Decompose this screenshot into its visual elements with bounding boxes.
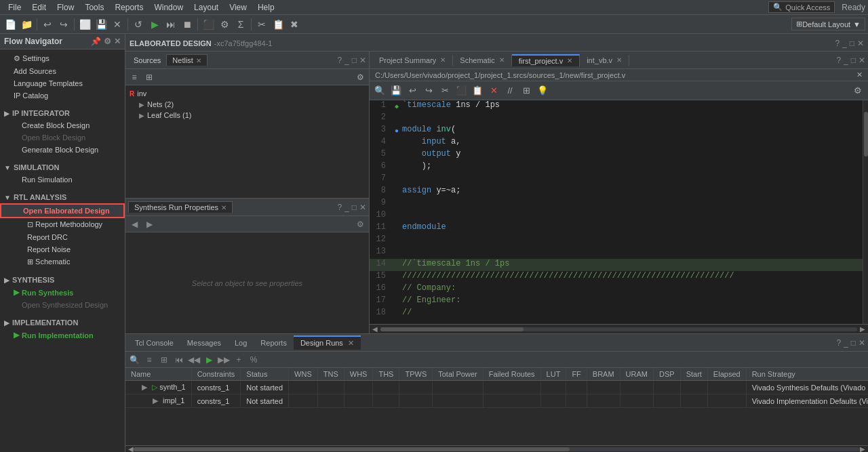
editor-comment-btn[interactable]: // — [502, 83, 517, 98]
hscrollbar-thumb[interactable] — [380, 327, 524, 331]
toolbar-rtl[interactable]: ↺ — [131, 17, 146, 32]
editor-undo-btn[interactable]: ↩ — [405, 83, 420, 98]
nav-schematic[interactable]: ⊞ Schematic — [0, 255, 125, 268]
nav-synthesis-title[interactable]: ▶ SYNTHESIS — [0, 274, 125, 286]
tab-project-summary[interactable]: Project Summary ✕ — [372, 55, 453, 66]
toolbar-stop[interactable]: ⏹ — [180, 17, 195, 32]
editor-copy-btn[interactable]: ⬛ — [454, 83, 469, 98]
table-row-synth1[interactable]: ▶ ▷ synth_1 constrs_1 Not started — [125, 381, 868, 394]
int-vb-tab-close[interactable]: ✕ — [616, 56, 622, 64]
netlist-maximize-icon[interactable]: □ — [352, 56, 357, 65]
netlist-help-icon[interactable]: ? — [337, 56, 342, 65]
netlist-close-icon[interactable]: ✕ — [359, 56, 366, 65]
menu-tools[interactable]: Tools — [79, 3, 109, 12]
editor-vscrollbar[interactable] — [863, 100, 868, 324]
netlist-settings-btn[interactable]: ⚙ — [354, 71, 366, 83]
tab-int-vb-v[interactable]: int_vb.v ✕ — [580, 55, 629, 66]
bottom-maximize-icon[interactable]: □ — [851, 338, 856, 348]
menu-file[interactable]: File — [3, 3, 26, 12]
first-project-tab-close[interactable]: ✕ — [567, 57, 572, 64]
editor-settings-btn[interactable]: ⚙ — [850, 83, 865, 98]
nav-run-simulation[interactable]: Run Simulation — [0, 173, 125, 186]
tab-synthesis-run-properties[interactable]: Synthesis Run Properties ✕ — [128, 201, 233, 213]
menu-reports[interactable]: Reports — [109, 3, 149, 12]
minimize-icon[interactable]: _ — [842, 39, 847, 48]
bottom-help-icon[interactable]: ? — [836, 338, 841, 348]
synth-minimize-icon[interactable]: _ — [344, 203, 349, 212]
synth1-expand-icon[interactable]: ▶ — [142, 383, 147, 391]
nav-add-sources[interactable]: Add Sources — [0, 65, 125, 77]
table-row-impl1[interactable]: ▶ impl_1 constrs_1 Not started — [125, 394, 868, 408]
runs-run-btn[interactable]: ▶ — [203, 354, 215, 366]
editor-cut-btn[interactable]: ✂ — [437, 83, 452, 98]
nav-run-synthesis[interactable]: ▶ Run Synthesis — [0, 286, 125, 299]
nav-language-templates[interactable]: Language Templates — [0, 77, 125, 89]
netlist-collapse-btn[interactable]: ≡ — [128, 71, 140, 83]
nav-rtl-title[interactable]: ▼ RTL ANALYSIS — [0, 191, 125, 203]
impl1-expand-icon[interactable]: ▶ — [153, 396, 158, 405]
toolbar-step[interactable]: ⏭ — [163, 17, 178, 32]
synth-maximize-icon[interactable]: □ — [352, 203, 357, 212]
tab-log[interactable]: Log — [228, 337, 254, 349]
toolbar-copy[interactable]: ⬜ — [77, 17, 92, 32]
tab-netlist[interactable]: Netlist ✕ — [166, 54, 208, 66]
scroll-right-icon[interactable]: ▶ — [857, 325, 868, 333]
flow-nav-settings-icon[interactable]: ⚙ — [104, 37, 111, 46]
toolbar-delete[interactable]: ✕ — [110, 17, 125, 32]
toolbar-paste[interactable]: 📋 — [271, 17, 285, 32]
editor-hscrollbar[interactable]: ◀ ▶ — [370, 324, 868, 333]
editor-maximize-icon[interactable]: □ — [851, 56, 856, 65]
runs-prev-btn[interactable]: ◀◀ — [188, 354, 200, 366]
toolbar-run[interactable]: ▶ — [147, 17, 162, 32]
synth-help-icon[interactable]: ? — [337, 203, 342, 212]
code-editor[interactable]: 1 ◆ `timescale 1ns / 1ps 2 3 ● module in… — [370, 100, 868, 324]
hscrollbar-track[interactable] — [380, 327, 857, 331]
synth-close-icon[interactable]: ✕ — [359, 203, 366, 212]
netlist-expand-btn[interactable]: ⊞ — [143, 71, 155, 83]
tab-messages[interactable]: Messages — [180, 337, 228, 349]
toolbar-undo[interactable]: ↩ — [40, 17, 55, 32]
close-icon[interactable]: ✕ — [857, 39, 864, 48]
nav-report-drc[interactable]: Report DRC — [0, 231, 125, 243]
runs-first-btn[interactable]: ⏮ — [173, 354, 185, 366]
tab-reports[interactable]: Reports — [254, 337, 294, 349]
nav-report-noise[interactable]: Report Noise — [0, 243, 125, 255]
editor-help-icon[interactable]: ? — [836, 56, 841, 65]
editor-redo-btn[interactable]: ↪ — [421, 83, 436, 98]
nav-settings[interactable]: ⚙ Settings — [0, 52, 125, 65]
nav-ip-catalog[interactable]: IP Catalog — [0, 89, 125, 102]
synth-settings-btn[interactable]: ⚙ — [354, 218, 366, 230]
hscrollbar-track[interactable] — [134, 447, 860, 451]
quick-access-bar[interactable]: 🔍 Quick Access — [768, 1, 835, 13]
menu-help[interactable]: Help — [252, 3, 280, 12]
editor-delete-btn[interactable]: ✕ — [486, 83, 501, 98]
netlist-minimize-icon[interactable]: _ — [344, 56, 349, 65]
nav-run-implementation[interactable]: ▶ Run Implementation — [0, 329, 125, 342]
toolbar-open[interactable]: 📁 — [19, 17, 34, 32]
menu-flow[interactable]: Flow — [52, 3, 79, 12]
toolbar-cut[interactable]: ✂ — [254, 17, 269, 32]
tree-nets[interactable]: ▶ Nets (2) — [125, 99, 369, 110]
tree-leaf-cells[interactable]: ▶ Leaf Cells (1) — [125, 110, 369, 121]
schematic-tab-close[interactable]: ✕ — [499, 56, 505, 64]
editor-path-close[interactable]: ✕ — [856, 70, 863, 79]
help-icon[interactable]: ? — [835, 39, 840, 48]
hscroll-right-icon[interactable]: ▶ — [860, 445, 865, 452]
editor-close-icon[interactable]: ✕ — [859, 56, 865, 65]
menu-window[interactable]: Window — [149, 3, 189, 12]
toolbar-sum[interactable]: Σ — [233, 17, 248, 32]
menu-layout[interactable]: Layout — [189, 3, 224, 12]
editor-table-btn[interactable]: ⊞ — [519, 83, 534, 98]
maximize-icon[interactable]: □ — [850, 39, 854, 48]
toolbar-redo[interactable]: ↪ — [56, 17, 71, 32]
hscrollbar-thumb[interactable] — [134, 447, 570, 451]
nav-implementation-title[interactable]: ▶ IMPLEMENTATION — [0, 316, 125, 329]
toolbar-delete2[interactable]: ✖ — [287, 17, 302, 32]
tree-inv-module[interactable]: R inv — [125, 88, 369, 99]
menu-edit[interactable]: Edit — [26, 3, 52, 12]
nav-simulation-title[interactable]: ▼ SIMULATION — [0, 161, 125, 173]
synthesis-run-tab-close[interactable]: ✕ — [221, 204, 226, 211]
runs-add-btn[interactable]: + — [233, 354, 245, 366]
tab-schematic[interactable]: Schematic ✕ — [453, 55, 511, 66]
nav-generate-block-design[interactable]: Generate Block Design — [0, 144, 125, 156]
